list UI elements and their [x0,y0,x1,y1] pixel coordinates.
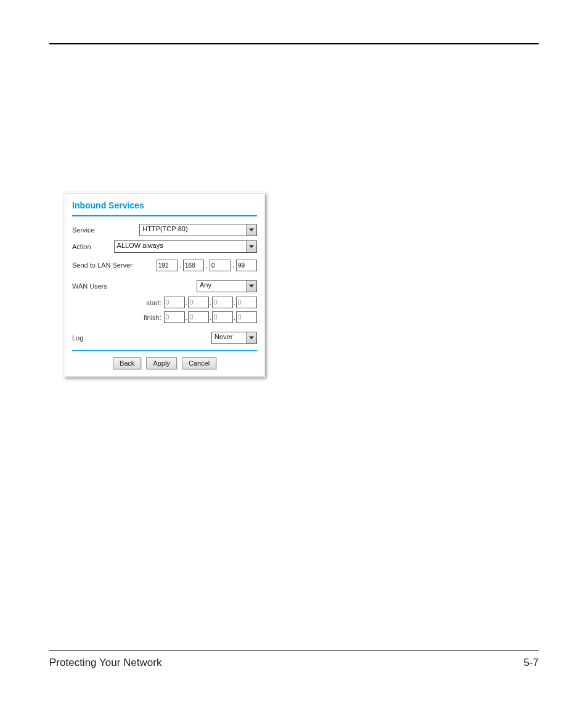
chevron-down-icon [246,281,256,292]
log-label: Log [72,334,140,342]
service-select-value: HTTP(TCP:80) [140,224,246,236]
apply-button[interactable]: Apply [146,357,177,369]
wan-finish-d[interactable] [236,311,257,323]
wan-start-c[interactable] [212,297,233,308]
action-select[interactable]: ALLOW always [114,240,257,253]
wan-start-a[interactable] [164,297,185,308]
send-lan-label: Send to LAN Server [72,261,146,269]
wan-users-select-value: Any [197,281,246,292]
cancel-button[interactable]: Cancel [182,357,216,369]
chevron-down-icon [246,332,256,343]
lan-ip-b[interactable] [183,260,204,271]
panel-title: Inbound Services [72,200,257,210]
top-rule [49,43,539,44]
service-select[interactable]: HTTP(TCP:80) [139,224,257,236]
wan-finish-label: finish: [144,314,161,321]
wan-users-label: WAN Users [72,282,140,290]
wan-start-label: start: [146,299,161,306]
action-select-value: ALLOW always [115,241,246,252]
lan-ip-d[interactable] [236,260,257,271]
chevron-down-icon [246,241,256,252]
wan-start-d[interactable] [236,297,257,308]
log-select-value: Never [212,332,246,343]
footer-right: 5-7 [523,657,539,669]
wan-finish-a[interactable] [164,311,185,323]
bottom-rule [49,650,539,651]
inbound-services-panel: Inbound Services Service HTTP(TCP:80) Ac… [64,192,265,377]
lan-ip-c[interactable] [210,260,231,271]
chevron-down-icon [246,224,256,236]
footer-left: Protecting Your Network [49,657,161,669]
wan-start-b[interactable] [188,297,209,308]
wan-finish-b[interactable] [188,311,209,323]
back-button[interactable]: Back [113,357,141,369]
lan-ip-a[interactable] [157,260,178,271]
log-select[interactable]: Never [211,332,257,344]
dot: . [205,261,208,269]
bottom-divider [72,350,257,351]
title-divider [72,215,257,216]
action-label: Action [72,243,114,250]
dot: . [179,261,182,269]
service-label: Service [72,226,139,234]
dot: . [232,261,235,269]
wan-users-select[interactable]: Any [197,280,257,292]
wan-finish-c[interactable] [212,311,233,323]
